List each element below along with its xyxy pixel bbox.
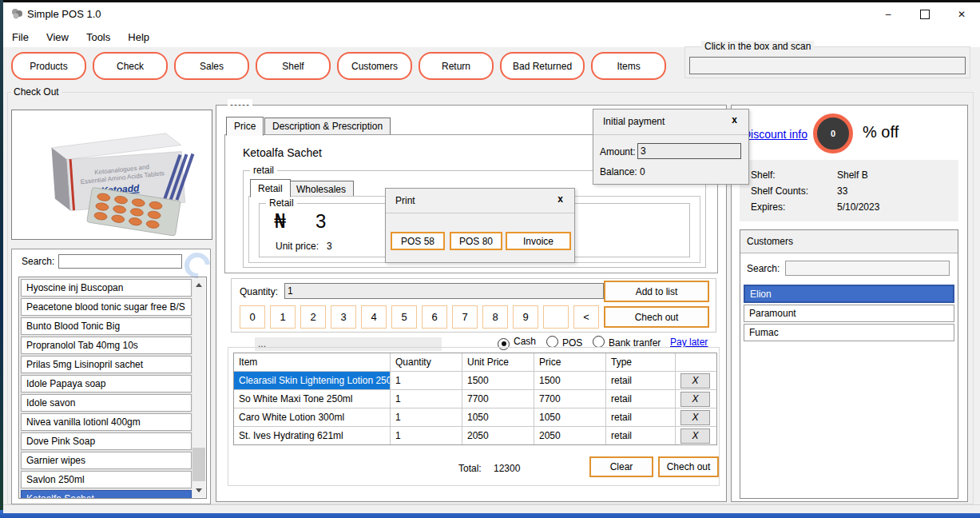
cart-row[interactable]: Clearasil Skin Lightening Lotion 250ml 1… (234, 372, 716, 390)
invoice-button[interactable]: Invoice (506, 232, 571, 250)
checkout-group-label: Check Out (10, 86, 62, 98)
maximize-button[interactable] (907, 2, 943, 26)
numpad-3[interactable]: 3 (331, 305, 356, 329)
shelf-counts-value: 33 (837, 183, 847, 199)
cart-item-qty: 1 (391, 427, 462, 444)
cart-row[interactable]: St. Ives Hydrating 621ml 1 2050 2050 ret… (234, 427, 716, 444)
toolbar-products-button[interactable]: Products (11, 52, 86, 80)
cart-row[interactable]: Caro White Lotion 300ml 1 1050 1050 reta… (234, 408, 716, 427)
pos58-button[interactable]: POS 58 (391, 232, 445, 250)
tab-wholesales[interactable]: Wholesales (288, 181, 354, 197)
product-list-item[interactable]: Bunto Blood Tonic Big (21, 317, 192, 335)
numpad-0[interactable]: 0 (240, 305, 265, 329)
numpad-6[interactable]: 6 (422, 305, 447, 329)
numpad-1[interactable]: 1 (270, 305, 296, 329)
menu-bar: File View Tools Help (3, 26, 980, 47)
cart-item-type: retail (606, 427, 676, 444)
product-list-item[interactable]: Prilas 5mg Lisinopril sachet (21, 356, 192, 373)
toolbar-sales-button[interactable]: Sales (174, 52, 249, 80)
tab-price[interactable]: Price (226, 117, 264, 136)
product-list-item-selected[interactable]: Ketoalfa Sachet (21, 490, 192, 499)
cart-row[interactable]: So White Maxi Tone 250ml 1 7700 7700 ret… (234, 390, 716, 408)
retail-price-value: 3 (315, 210, 326, 233)
product-search-input[interactable] (58, 254, 182, 269)
menu-view[interactable]: View (38, 28, 77, 46)
cart-item-name[interactable]: St. Ives Hydrating 621ml (234, 427, 391, 444)
scroll-down-icon (196, 488, 202, 492)
numpad-5[interactable]: 5 (391, 305, 417, 329)
customer-list-item[interactable]: Paramount (744, 305, 954, 322)
initial-payment-close-icon[interactable]: x (732, 114, 737, 126)
scan-input[interactable] (689, 57, 966, 74)
numpad-4[interactable]: 4 (361, 305, 387, 329)
customer-list-item-selected[interactable]: Elion (744, 285, 954, 303)
numpad-backspace[interactable]: < (573, 305, 599, 329)
product-list-item[interactable]: Propranolol Tab 40mg 10s (21, 337, 192, 354)
scroll-up-button[interactable] (192, 278, 205, 292)
remove-item-button[interactable]: X (680, 410, 710, 425)
remove-item-button[interactable]: X (680, 373, 710, 388)
remove-item-button[interactable]: X (680, 428, 710, 444)
bank-transfer-radio[interactable] (593, 336, 605, 348)
product-list-item[interactable]: Peacetone blood tonic sugar free B/S (21, 298, 192, 316)
pos-radio[interactable] (546, 336, 558, 348)
product-list-item[interactable]: Idole Papaya soap (21, 375, 192, 392)
expires-label: Expires: (751, 199, 837, 215)
check-out-button[interactable]: Chech out (658, 456, 719, 477)
toolbar-shelf-button[interactable]: Shelf (256, 52, 331, 80)
numpad-8[interactable]: 8 (482, 305, 508, 329)
menu-file[interactable]: File (3, 28, 38, 46)
menu-tools[interactable]: Tools (77, 28, 119, 46)
quantity-input[interactable] (284, 283, 604, 299)
remove-item-button[interactable]: X (680, 392, 710, 407)
toolbar-check-button[interactable]: Check (93, 52, 168, 80)
retail-groupbox-label: retail (250, 165, 277, 176)
total-value: 12300 (494, 463, 520, 474)
close-button[interactable]: ✕ (943, 2, 980, 26)
product-list-item[interactable]: Savlon 250ml (21, 471, 192, 488)
product-list-scrollbar[interactable] (192, 278, 205, 497)
discount-info-link[interactable]: Discount info (743, 128, 807, 141)
product-search-label: Search: (22, 256, 54, 267)
customer-list-item[interactable]: Fumac (744, 324, 954, 341)
scrollbar-thumb[interactable] (192, 448, 205, 481)
minimize-button[interactable]: – (870, 2, 907, 26)
product-list-item[interactable]: Nivea vanilla lotionl 400gm (21, 413, 192, 431)
menu-help[interactable]: Help (119, 28, 158, 46)
cart-item-name[interactable]: Clearasil Skin Lightening Lotion 250ml (234, 372, 391, 389)
cart-item-name[interactable]: So White Maxi Tone 250ml (234, 390, 391, 408)
numpad-blank[interactable] (543, 305, 569, 329)
cart-item-type: retail (606, 372, 676, 389)
cart-item-name[interactable]: Caro White Lotion 300ml (234, 408, 391, 426)
numpad-2[interactable]: 2 (300, 305, 326, 329)
product-list-item[interactable]: Dove Pink Soap (21, 432, 192, 450)
customer-search-input[interactable] (785, 261, 950, 276)
toolbar-items-button[interactable]: Items (591, 52, 666, 80)
scan-group-label: Click in the box and scan (701, 41, 814, 52)
scroll-down-button[interactable] (192, 484, 205, 497)
product-search-panel: Search: Hyoscine inj Buscopan Peacetone … (11, 249, 211, 504)
quantity-group: Quantity: 0 1 2 3 4 5 6 7 8 9 < Add to l… (231, 278, 716, 333)
product-list-item[interactable]: Garnier wipes (21, 452, 192, 469)
quantity-label: Quantity: (240, 286, 278, 297)
product-list-item[interactable]: Idole savon (21, 394, 192, 412)
check-out-side-button[interactable]: Chech out (604, 306, 709, 328)
toolbar-bad-returned-button[interactable]: Bad Returned (500, 52, 585, 80)
numpad-9[interactable]: 9 (513, 305, 538, 329)
print-popup-close-icon[interactable]: x (557, 193, 563, 205)
toolbar-customers-button[interactable]: Customers (337, 52, 412, 80)
toolbar-return-button[interactable]: Return (419, 52, 494, 80)
amount-input[interactable] (637, 143, 741, 159)
numpad-7[interactable]: 7 (452, 305, 478, 329)
app-window: Simple POS 1.0 – ✕ File View Tools Help … (3, 0, 980, 510)
print-popup-separator (386, 213, 574, 213)
tab-retail[interactable]: Retail (250, 179, 291, 197)
tab-description-prescription[interactable]: Description & Prescription (264, 118, 391, 135)
pay-later-link[interactable]: Pay later (670, 337, 708, 348)
unit-price-value: 3 (327, 241, 332, 252)
pos80-button[interactable]: POS 80 (450, 232, 502, 250)
product-list-item[interactable]: Hyoscine inj Buscopan (21, 279, 192, 297)
print-popup-title: Print (395, 195, 415, 206)
add-to-list-button[interactable]: Add to list (604, 281, 709, 302)
clear-button[interactable]: Clear (589, 456, 653, 477)
